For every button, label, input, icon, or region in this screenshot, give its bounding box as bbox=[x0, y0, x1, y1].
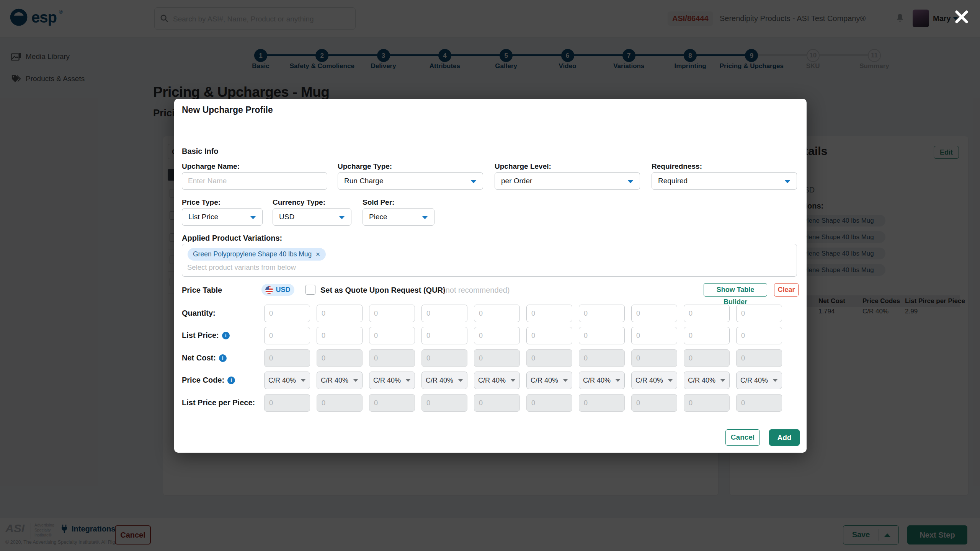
price-cell-input[interactable] bbox=[369, 327, 415, 344]
chevron-down-icon bbox=[458, 379, 463, 382]
price-cell bbox=[631, 349, 677, 367]
price-cell[interactable] bbox=[474, 327, 520, 344]
requiredness-value: Required bbox=[658, 173, 688, 189]
price-cell[interactable] bbox=[579, 305, 625, 322]
chevron-down-icon bbox=[301, 379, 306, 382]
sold-per-dropdown[interactable]: Piece bbox=[363, 208, 434, 226]
price-cell[interactable] bbox=[736, 327, 782, 344]
price-code-select[interactable]: C/R 40% bbox=[736, 372, 782, 389]
price-cell bbox=[474, 349, 520, 367]
price-cell[interactable] bbox=[421, 305, 467, 322]
price-cell bbox=[264, 349, 310, 367]
price-type-dropdown[interactable]: List Price bbox=[182, 208, 263, 226]
price-cell-input[interactable] bbox=[579, 327, 624, 344]
price-cell[interactable] bbox=[526, 327, 572, 344]
modal-add-button[interactable]: Add bbox=[769, 429, 800, 446]
upcharge-level-dropdown[interactable]: per Order bbox=[495, 172, 640, 190]
price-cell[interactable] bbox=[684, 327, 730, 344]
price-table-currency-pill: USD bbox=[261, 284, 294, 296]
modal-cancel-button[interactable]: Cancel bbox=[725, 429, 760, 446]
price-cell-input[interactable] bbox=[632, 305, 677, 322]
price-cell[interactable] bbox=[631, 327, 677, 344]
price-code-select[interactable]: C/R 40% bbox=[474, 372, 520, 389]
price-cell bbox=[369, 394, 415, 412]
price-code-label: Price Code:i bbox=[182, 376, 235, 385]
price-cell-input[interactable] bbox=[317, 305, 362, 322]
us-flag-icon bbox=[265, 286, 273, 294]
price-code-select[interactable]: C/R 40% bbox=[526, 372, 572, 389]
price-cell-input[interactable] bbox=[737, 305, 782, 322]
price-cell[interactable] bbox=[369, 305, 415, 322]
price-code-value: C/R 40% bbox=[321, 377, 351, 385]
info-icon[interactable]: i bbox=[222, 332, 230, 339]
info-icon[interactable]: i bbox=[227, 377, 235, 384]
price-cell[interactable] bbox=[317, 305, 363, 322]
price-cell bbox=[526, 394, 572, 412]
price-cell-input bbox=[737, 350, 782, 367]
price-cell[interactable] bbox=[421, 327, 467, 344]
price-code-select[interactable]: C/R 40% bbox=[264, 372, 310, 389]
price-cell-input[interactable] bbox=[579, 305, 624, 322]
requiredness-dropdown[interactable]: Required bbox=[652, 172, 797, 190]
price-cell-input[interactable] bbox=[265, 327, 310, 344]
price-cell[interactable] bbox=[264, 305, 310, 322]
price-cell[interactable] bbox=[684, 305, 730, 322]
price-cell-input[interactable] bbox=[474, 327, 519, 344]
chevron-down-icon bbox=[784, 180, 791, 183]
price-code-select[interactable]: C/R 40% bbox=[684, 372, 730, 389]
price-cell-input[interactable] bbox=[527, 305, 572, 322]
price-cell-input bbox=[369, 395, 415, 411]
price-cell[interactable] bbox=[264, 327, 310, 344]
price-code-select[interactable]: C/R 40% bbox=[579, 372, 625, 389]
list-price-per-piece-label: List Price per Piece: bbox=[182, 398, 255, 407]
variation-chip: Green Polypropylene Shape 40 lbs Mug ✕ bbox=[188, 248, 326, 261]
modal-close-icon[interactable] bbox=[955, 10, 969, 25]
price-cell[interactable] bbox=[579, 327, 625, 344]
applied-variations-box[interactable]: Green Polypropylene Shape 40 lbs Mug ✕ bbox=[182, 244, 797, 277]
price-cell bbox=[579, 349, 625, 367]
price-cell[interactable] bbox=[631, 305, 677, 322]
price-cell-input[interactable] bbox=[527, 327, 572, 344]
variations-placeholder: Select product variants from below bbox=[187, 263, 296, 272]
price-row-label: Quantity: bbox=[182, 309, 216, 318]
upcharge-name-input[interactable] bbox=[182, 173, 327, 189]
upcharge-name-field[interactable] bbox=[182, 172, 327, 190]
price-cell-input[interactable] bbox=[317, 327, 362, 344]
price-code-select[interactable]: C/R 40% bbox=[317, 372, 363, 389]
info-icon[interactable]: i bbox=[219, 354, 227, 362]
price-row-label: Net Cost: bbox=[182, 354, 216, 362]
currency-type-dropdown[interactable]: USD bbox=[273, 208, 351, 226]
basic-info-heading: Basic Info bbox=[182, 147, 219, 156]
price-cell[interactable] bbox=[317, 327, 363, 344]
price-cell-input[interactable] bbox=[684, 305, 729, 322]
price-cell[interactable] bbox=[369, 327, 415, 344]
price-cell bbox=[736, 394, 782, 412]
clear-button[interactable]: Clear bbox=[774, 283, 799, 297]
requiredness-label: Requiredness: bbox=[652, 162, 702, 171]
price-cell-input[interactable] bbox=[265, 305, 310, 322]
chip-remove-icon[interactable]: ✕ bbox=[315, 251, 320, 258]
upcharge-type-dropdown[interactable]: Run Charge bbox=[338, 172, 483, 190]
price-code-select[interactable]: C/R 40% bbox=[421, 372, 467, 389]
price-cell[interactable] bbox=[474, 305, 520, 322]
price-cell-input[interactable] bbox=[684, 327, 729, 344]
price-cell-input bbox=[684, 350, 729, 367]
price-cell-input[interactable] bbox=[422, 327, 467, 344]
price-cell-input[interactable] bbox=[422, 305, 467, 322]
price-cell-input[interactable] bbox=[632, 327, 677, 344]
price-cell-input bbox=[737, 395, 782, 411]
price-code-select[interactable]: C/R 40% bbox=[631, 372, 677, 389]
price-cell-input[interactable] bbox=[474, 305, 519, 322]
qur-checkbox[interactable] bbox=[305, 285, 315, 295]
applied-variations-label: Applied Product Variations: bbox=[182, 234, 282, 243]
price-cell[interactable] bbox=[736, 305, 782, 322]
new-upcharge-profile-modal: New Upcharge Profile Basic Info Upcharge… bbox=[174, 99, 807, 453]
price-cell-input[interactable] bbox=[737, 327, 782, 344]
price-row-label: List Price: bbox=[182, 331, 219, 340]
price-code-value: C/R 40% bbox=[688, 377, 718, 385]
upcharge-level-value: per Order bbox=[501, 173, 532, 189]
show-table-builder-button[interactable]: Show Table Bulider bbox=[704, 283, 767, 297]
price-cell[interactable] bbox=[526, 305, 572, 322]
price-code-select[interactable]: C/R 40% bbox=[369, 372, 415, 389]
price-cell-input[interactable] bbox=[369, 305, 415, 322]
